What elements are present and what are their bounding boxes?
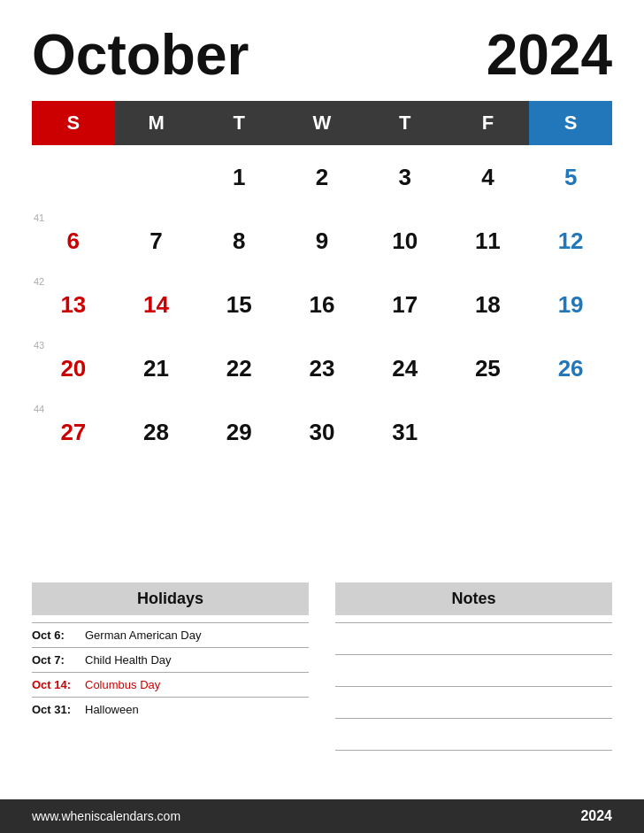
list-item: Oct 7:Child Health Day (32, 647, 309, 672)
calendar-day: 23 (280, 336, 364, 400)
calendar-day: 11 (447, 209, 530, 273)
calendar-day: 24 (364, 336, 447, 400)
holiday-date: Oct 14: (32, 678, 85, 691)
calendar-day: 19 (529, 273, 612, 336)
week-number: 42 (34, 276, 44, 287)
week-number: 44 (34, 404, 44, 414)
calendar-page: October 2024 S M T W T F S 1234541678910… (0, 0, 644, 833)
calendar-day: 25 (447, 336, 530, 400)
holiday-date: Oct 6: (32, 629, 85, 642)
holiday-date: Oct 31: (32, 703, 85, 716)
header-wednesday: W (280, 101, 364, 145)
month-title: October (32, 27, 249, 83)
note-line (335, 622, 612, 654)
calendar-day: 10 (364, 209, 447, 273)
notes-lines (335, 622, 612, 782)
header-thursday: T (364, 101, 447, 145)
calendar-day: 8 (197, 209, 280, 273)
note-line (335, 654, 612, 686)
holiday-name: Halloween (85, 703, 139, 716)
calendar-day: 1 (197, 145, 280, 209)
header-sunday: S (32, 101, 115, 145)
footer-website: www.wheniscalendars.com (32, 809, 180, 823)
calendar-week-row: 442728293031 (32, 400, 612, 464)
calendar-day: 2 (280, 145, 364, 209)
week-number: 41 (34, 212, 44, 223)
list-item: Oct 6:German American Day (32, 622, 309, 647)
header: October 2024 (0, 0, 644, 92)
header-friday: F (447, 101, 530, 145)
calendar-week-row: 12345 (32, 145, 612, 209)
header-saturday: S (529, 101, 612, 145)
footer: www.wheniscalendars.com 2024 (0, 799, 644, 833)
holidays-header: Holidays (32, 582, 309, 615)
calendar-week-row: 416789101112 (32, 209, 612, 273)
list-item: Oct 31:Halloween (32, 697, 309, 721)
calendar-day (529, 400, 612, 464)
calendar-day: 22 (197, 336, 280, 400)
year-title: 2024 (487, 27, 612, 83)
calendar-table: S M T W T F S 12345416789101112421314151… (32, 101, 612, 464)
footer-year: 2024 (580, 808, 612, 824)
notes-header: Notes (335, 582, 612, 615)
note-line (335, 750, 612, 782)
holiday-list: Oct 6:German American DayOct 7:Child Hea… (32, 622, 309, 721)
holiday-name: German American Day (85, 629, 202, 642)
calendar-day: 17 (364, 273, 447, 336)
calendar-day: 9 (280, 209, 364, 273)
calendar-day: 4 (447, 145, 530, 209)
list-item: Oct 14:Columbus Day (32, 672, 309, 697)
note-line (335, 686, 612, 718)
calendar-day: 416 (32, 209, 115, 273)
calendar-day: 4320 (32, 336, 115, 400)
header-monday: M (115, 101, 198, 145)
calendar-day: 3 (364, 145, 447, 209)
calendar-day: 21 (115, 336, 198, 400)
calendar-day: 18 (447, 273, 530, 336)
calendar-day (447, 400, 530, 464)
calendar-section: S M T W T F S 12345416789101112421314151… (0, 92, 644, 556)
holiday-name: Child Health Day (85, 653, 172, 667)
calendar-day: 4427 (32, 400, 115, 464)
calendar-day (115, 145, 198, 209)
day-header-row: S M T W T F S (32, 101, 612, 145)
calendar-day: 26 (529, 336, 612, 400)
calendar-day: 15 (197, 273, 280, 336)
notes-panel: Notes (335, 582, 612, 782)
calendar-day (32, 145, 115, 209)
calendar-day: 16 (280, 273, 364, 336)
week-number: 43 (34, 340, 44, 351)
bottom-section: Holidays Oct 6:German American DayOct 7:… (0, 565, 644, 782)
calendar-day: 12 (529, 209, 612, 273)
header-tuesday: T (197, 101, 280, 145)
calendar-week-row: 4213141516171819 (32, 273, 612, 336)
calendar-day: 5 (529, 145, 612, 209)
calendar-day: 7 (115, 209, 198, 273)
calendar-day: 31 (364, 400, 447, 464)
calendar-day: 4213 (32, 273, 115, 336)
calendar-week-row: 4320212223242526 (32, 336, 612, 400)
calendar-day: 28 (115, 400, 198, 464)
holiday-name: Columbus Day (85, 678, 160, 691)
note-line (335, 718, 612, 750)
calendar-day: 30 (280, 400, 364, 464)
calendar-day: 29 (197, 400, 280, 464)
calendar-day: 14 (115, 273, 198, 336)
holidays-panel: Holidays Oct 6:German American DayOct 7:… (32, 582, 309, 782)
holiday-date: Oct 7: (32, 653, 85, 667)
